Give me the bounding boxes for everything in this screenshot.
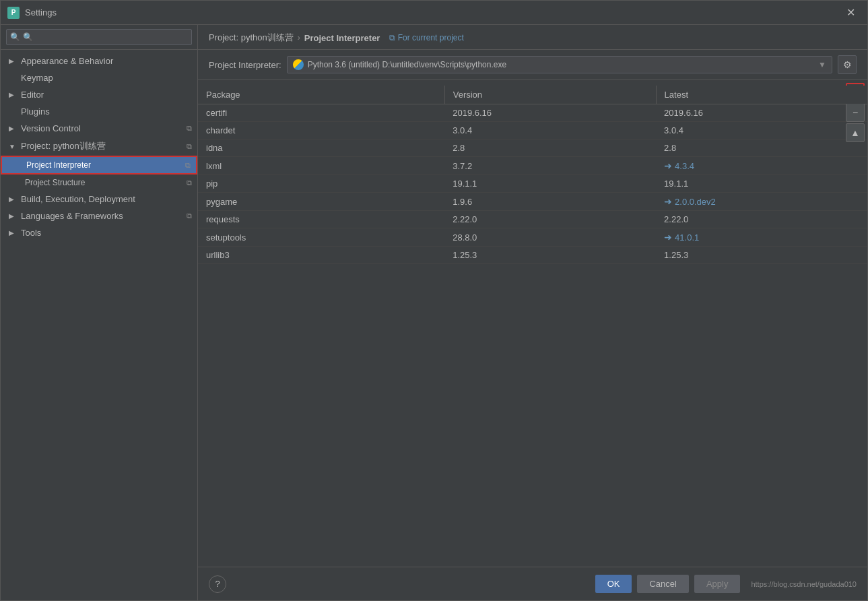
interpreter-select[interactable]: Python 3.6 (untitled) D:\untitled\venv\S…	[287, 56, 832, 73]
sidebar-item-label: Project Structure	[25, 178, 85, 187]
for-current-project-link[interactable]: ⧉ For current project	[389, 33, 463, 42]
window-title: Settings	[25, 7, 57, 18]
sidebar-item-project-structure[interactable]: Project Structure ⧉	[1, 175, 197, 191]
arrow-icon: ▶	[9, 91, 17, 98]
package-name: setuptools	[198, 228, 444, 247]
sidebar-item-label: Editor	[21, 90, 44, 100]
table-row[interactable]: requests2.22.02.22.0	[198, 211, 867, 228]
package-name: pip	[198, 175, 444, 193]
arrow-icon: ▶	[9, 125, 17, 132]
python-icon	[293, 59, 304, 70]
nav-tree: ▶ Appearance & Behavior Keymap ▶ Editor …	[1, 50, 197, 600]
upgrade-available: ➜ 41.0.1	[664, 232, 859, 243]
sidebar-item-tools[interactable]: ▶ Tools	[1, 224, 197, 241]
upgrade-arrow-icon: ➜	[664, 160, 672, 171]
latest-version: 2.0.0.dev2	[675, 197, 716, 207]
upgrade-available: ➜ 2.0.0.dev2	[664, 196, 859, 207]
for-current-label: For current project	[398, 33, 464, 42]
sidebar-item-build-exec[interactable]: ▶ Build, Execution, Deployment	[1, 191, 197, 208]
latest-version: 4.3.4	[675, 161, 694, 171]
sidebar-item-label: Tools	[21, 228, 41, 238]
interpreter-label: Project Interpreter:	[209, 60, 281, 70]
search-icon: 🔍	[10, 32, 20, 42]
sidebar-item-label: Plugins	[21, 106, 50, 117]
bottom-left: ?	[209, 575, 226, 593]
arrow-icon: ▼	[9, 143, 17, 150]
for-current-icon: ⧉	[389, 33, 395, 42]
url-hint: https://blog.csdn.net/gudada010	[751, 580, 857, 588]
table-row[interactable]: setuptools28.8.0➜ 41.0.1	[198, 228, 867, 247]
ok-button[interactable]: OK	[595, 575, 632, 593]
sidebar-item-project[interactable]: ▼ Project: python训练营 ⧉	[1, 137, 197, 156]
package-latest: 2.8	[656, 139, 867, 157]
gear-button[interactable]: ⚙	[838, 55, 857, 74]
package-latest: ➜ 4.3.4	[656, 157, 867, 175]
package-version: 3.7.2	[444, 157, 656, 175]
title-bar-left: P Settings	[7, 7, 57, 19]
package-latest: 2.22.0	[656, 211, 867, 228]
upgrade-arrow-icon: ➜	[664, 196, 672, 207]
package-version: 1.25.3	[444, 247, 656, 264]
package-name: certifi	[198, 104, 444, 122]
arrow-icon: ▶	[9, 195, 17, 203]
sidebar-item-editor[interactable]: ▶ Editor	[1, 86, 197, 103]
package-latest: 1.25.3	[656, 247, 867, 264]
help-button[interactable]: ?	[209, 575, 226, 593]
package-latest: 3.0.4	[656, 122, 867, 139]
col-package: Package	[198, 86, 444, 104]
search-input[interactable]	[6, 29, 192, 45]
table-row[interactable]: lxml3.7.2➜ 4.3.4	[198, 157, 867, 175]
sidebar-item-label: Project Interpreter	[26, 160, 91, 170]
copy-icon: ⧉	[187, 179, 192, 187]
close-button[interactable]: ✕	[841, 3, 861, 22]
app-icon: P	[7, 7, 20, 19]
arrow-icon: ▶	[9, 57, 17, 65]
apply-button[interactable]: Apply	[694, 575, 741, 593]
sidebar-item-label: Project: python训练营	[21, 140, 106, 152]
remove-package-button[interactable]: −	[846, 103, 865, 122]
sidebar-item-languages[interactable]: ▶ Languages & Frameworks ⧉	[1, 208, 197, 224]
search-wrapper: 🔍	[6, 29, 192, 45]
package-name: urllib3	[198, 247, 444, 264]
sidebar-item-plugins[interactable]: Plugins	[1, 103, 197, 120]
upgrade-available: ➜ 4.3.4	[664, 160, 859, 171]
sidebar-item-version-control[interactable]: ▶ Version Control ⧉	[1, 120, 197, 137]
package-latest: 2019.6.16	[656, 104, 867, 122]
sidebar-item-project-interpreter[interactable]: Project Interpreter ⧉	[1, 156, 197, 175]
package-version: 3.0.4	[444, 122, 656, 139]
table-row[interactable]: pip19.1.119.1.1	[198, 175, 867, 193]
package-version: 2.22.0	[444, 211, 656, 228]
arrow-icon: ▶	[9, 212, 17, 220]
col-latest: Latest	[656, 86, 867, 104]
content-area: 🔍 ▶ Appearance & Behavior Keymap ▶	[1, 25, 867, 600]
table-row[interactable]: idna2.82.8	[198, 139, 867, 157]
copy-icon: ⧉	[187, 124, 192, 133]
table-row[interactable]: pygame1.9.6➜ 2.0.0.dev2	[198, 193, 867, 211]
table-area: Package Version Latest certifi2019.6.162…	[198, 80, 867, 567]
package-version: 19.1.1	[444, 175, 656, 193]
table-row[interactable]: certifi2019.6.162019.6.16	[198, 104, 867, 122]
sidebar-item-keymap[interactable]: Keymap	[1, 69, 197, 86]
col-version: Version	[444, 86, 656, 104]
package-version: 2.8	[444, 139, 656, 157]
breadcrumb-separator: ›	[298, 33, 300, 42]
cancel-button[interactable]: Cancel	[637, 575, 688, 593]
package-name: pygame	[198, 193, 444, 211]
package-name: requests	[198, 211, 444, 228]
package-latest: ➜ 2.0.0.dev2	[656, 193, 867, 211]
package-name: lxml	[198, 157, 444, 175]
copy-icon: ⧉	[185, 161, 191, 170]
sidebar-item-label: Version Control	[21, 123, 81, 133]
upgrade-package-button[interactable]: ▲	[846, 123, 865, 142]
package-version: 28.8.0	[444, 228, 656, 247]
table-row[interactable]: chardet3.0.43.0.4	[198, 122, 867, 139]
title-bar: P Settings ✕	[1, 1, 867, 25]
packages-table: Package Version Latest certifi2019.6.162…	[198, 86, 867, 264]
settings-window: P Settings ✕ 🔍 ▶ Appearance & Behavior	[0, 0, 868, 601]
sidebar-item-label: Build, Execution, Deployment	[21, 194, 135, 204]
package-version: 2019.6.16	[444, 104, 656, 122]
search-bar: 🔍	[1, 25, 197, 50]
sidebar-item-appearance[interactable]: ▶ Appearance & Behavior	[1, 53, 197, 69]
table-row[interactable]: urllib31.25.31.25.3	[198, 247, 867, 264]
interpreter-bar: Project Interpreter: Python 3.6 (untitle…	[198, 50, 867, 80]
